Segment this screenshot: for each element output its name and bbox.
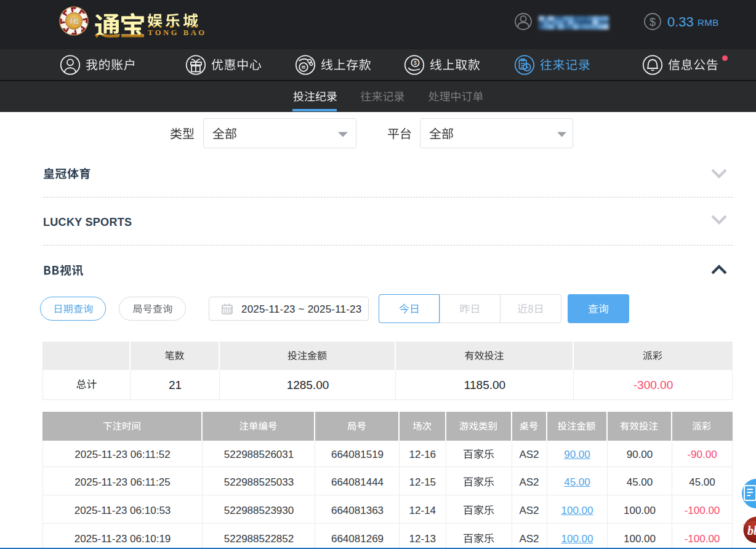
svg-text:bb: bb [747, 524, 756, 537]
